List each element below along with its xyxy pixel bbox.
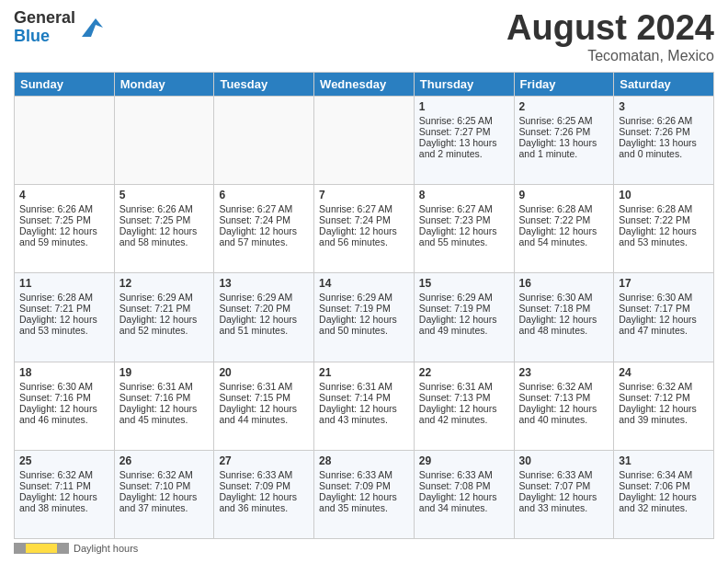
- sunset-text: Sunset: 7:10 PM: [119, 480, 210, 491]
- page: General Blue August 2024 Tecomatan, Mexi…: [0, 0, 728, 563]
- day-number: 5: [119, 189, 210, 201]
- month-title: August 2024: [506, 9, 714, 48]
- daylight-text: Daylight: 12 hours and 37 minutes.: [119, 491, 210, 513]
- day-number: 1: [419, 100, 509, 113]
- table-row: 10Sunrise: 6:28 AMSunset: 7:22 PMDayligh…: [614, 185, 714, 273]
- daylight-text: Daylight: 12 hours and 49 minutes.: [419, 314, 509, 336]
- sunset-text: Sunset: 7:24 PM: [219, 214, 309, 225]
- table-row: 3Sunrise: 6:26 AMSunset: 7:26 PMDaylight…: [614, 96, 714, 184]
- sunrise-text: Sunrise: 6:32 AM: [19, 469, 109, 480]
- day-number: 27: [219, 454, 309, 467]
- table-row: 29Sunrise: 6:33 AMSunset: 7:08 PMDayligh…: [414, 450, 514, 538]
- table-row: 8Sunrise: 6:27 AMSunset: 7:23 PMDaylight…: [414, 185, 514, 273]
- table-row: 2Sunrise: 6:25 AMSunset: 7:26 PMDaylight…: [514, 96, 614, 184]
- sunrise-text: Sunrise: 6:27 AM: [319, 203, 409, 214]
- daylight-text: Daylight: 12 hours and 32 minutes.: [619, 491, 709, 513]
- daylight-text: Daylight: 12 hours and 53 minutes.: [619, 225, 709, 247]
- table-row: [15, 96, 115, 184]
- sunset-text: Sunset: 7:25 PM: [119, 214, 210, 225]
- sunrise-text: Sunrise: 6:31 AM: [419, 381, 509, 392]
- daylight-text: Daylight: 12 hours and 53 minutes.: [19, 314, 109, 336]
- legend-day: [26, 544, 58, 553]
- sunrise-text: Sunrise: 6:30 AM: [19, 381, 109, 392]
- daylight-text: Daylight: 12 hours and 52 minutes.: [119, 314, 210, 336]
- day-number: 29: [419, 454, 509, 467]
- sunrise-text: Sunrise: 6:33 AM: [219, 469, 309, 480]
- location-title: Tecomatan, Mexico: [506, 48, 714, 64]
- sunrise-text: Sunrise: 6:33 AM: [319, 469, 409, 480]
- table-row: 21Sunrise: 6:31 AMSunset: 7:14 PMDayligh…: [314, 362, 415, 450]
- daylight-text: Daylight: 12 hours and 43 minutes.: [319, 403, 409, 425]
- sunrise-text: Sunrise: 6:31 AM: [319, 381, 409, 392]
- calendar-week-3: 18Sunrise: 6:30 AMSunset: 7:16 PMDayligh…: [15, 362, 714, 450]
- day-number: 31: [619, 454, 709, 467]
- sunrise-text: Sunrise: 6:29 AM: [119, 292, 210, 303]
- day-number: 15: [419, 277, 509, 290]
- calendar-week-0: 1Sunrise: 6:25 AMSunset: 7:27 PMDaylight…: [15, 96, 714, 184]
- table-row: 25Sunrise: 6:32 AMSunset: 7:11 PMDayligh…: [15, 450, 115, 538]
- daylight-text: Daylight: 12 hours and 51 minutes.: [219, 314, 309, 336]
- col-sunday: Sunday: [15, 72, 115, 96]
- sunset-text: Sunset: 7:14 PM: [319, 392, 409, 403]
- sunset-text: Sunset: 7:26 PM: [619, 126, 709, 137]
- day-number: 6: [219, 189, 309, 201]
- sunset-text: Sunset: 7:12 PM: [619, 392, 709, 403]
- sunset-text: Sunset: 7:17 PM: [619, 303, 709, 314]
- day-number: 8: [419, 189, 509, 201]
- col-tuesday: Tuesday: [214, 72, 314, 96]
- sunrise-text: Sunrise: 6:33 AM: [519, 469, 609, 480]
- daylight-text: Daylight: 12 hours and 54 minutes.: [519, 225, 609, 247]
- title-block: August 2024 Tecomatan, Mexico: [506, 9, 714, 64]
- sunset-text: Sunset: 7:07 PM: [519, 480, 609, 491]
- daylight-text: Daylight: 12 hours and 56 minutes.: [319, 225, 409, 247]
- daylight-text: Daylight: 13 hours and 2 minutes.: [419, 137, 509, 159]
- sunrise-text: Sunrise: 6:25 AM: [519, 115, 609, 126]
- logo-blue: Blue: [14, 28, 75, 46]
- day-number: 22: [419, 366, 509, 379]
- col-monday: Monday: [114, 72, 214, 96]
- col-friday: Friday: [514, 72, 614, 96]
- day-number: 19: [119, 366, 210, 379]
- sunset-text: Sunset: 7:08 PM: [419, 480, 509, 491]
- col-saturday: Saturday: [614, 72, 714, 96]
- table-row: 30Sunrise: 6:33 AMSunset: 7:07 PMDayligh…: [514, 450, 614, 538]
- daylight-text: Daylight: 12 hours and 47 minutes.: [619, 314, 709, 336]
- sunset-text: Sunset: 7:13 PM: [419, 392, 509, 403]
- daylight-text: Daylight: 12 hours and 34 minutes.: [419, 491, 509, 513]
- legend-night-right: [57, 544, 68, 553]
- sunset-text: Sunset: 7:15 PM: [219, 392, 309, 403]
- sunset-text: Sunset: 7:20 PM: [219, 303, 309, 314]
- table-row: 14Sunrise: 6:29 AMSunset: 7:19 PMDayligh…: [314, 273, 415, 362]
- sunrise-text: Sunrise: 6:26 AM: [619, 115, 709, 126]
- day-number: 18: [19, 366, 109, 379]
- day-number: 7: [319, 189, 409, 201]
- day-number: 4: [19, 189, 109, 201]
- sunrise-text: Sunrise: 6:26 AM: [19, 203, 109, 214]
- day-number: 2: [519, 100, 609, 113]
- sunset-text: Sunset: 7:09 PM: [319, 480, 409, 491]
- sunrise-text: Sunrise: 6:34 AM: [619, 469, 709, 480]
- logo: General Blue: [14, 9, 105, 46]
- sunset-text: Sunset: 7:06 PM: [619, 480, 709, 491]
- daylight-text: Daylight: 12 hours and 33 minutes.: [519, 491, 609, 513]
- daylight-text: Daylight: 12 hours and 40 minutes.: [519, 403, 609, 425]
- sunrise-text: Sunrise: 6:28 AM: [519, 203, 609, 214]
- logo-general: General: [14, 9, 75, 28]
- day-number: 16: [519, 277, 609, 290]
- sunset-text: Sunset: 7:22 PM: [619, 214, 709, 225]
- sunset-text: Sunset: 7:25 PM: [19, 214, 109, 225]
- sunset-text: Sunset: 7:23 PM: [419, 214, 509, 225]
- sunrise-text: Sunrise: 6:31 AM: [119, 381, 210, 392]
- daylight-text: Daylight: 12 hours and 48 minutes.: [519, 314, 609, 336]
- daylight-text: Daylight: 12 hours and 55 minutes.: [419, 225, 509, 247]
- table-row: 1Sunrise: 6:25 AMSunset: 7:27 PMDaylight…: [414, 96, 514, 184]
- header: General Blue August 2024 Tecomatan, Mexi…: [14, 9, 714, 64]
- col-wednesday: Wednesday: [314, 72, 415, 96]
- daylight-text: Daylight: 12 hours and 35 minutes.: [319, 491, 409, 513]
- table-row: 18Sunrise: 6:30 AMSunset: 7:16 PMDayligh…: [15, 362, 115, 450]
- table-row: 17Sunrise: 6:30 AMSunset: 7:17 PMDayligh…: [614, 273, 714, 362]
- day-number: 20: [219, 366, 309, 379]
- daylight-text: Daylight: 13 hours and 1 minute.: [519, 137, 609, 159]
- col-thursday: Thursday: [414, 72, 514, 96]
- daylight-text: Daylight: 12 hours and 44 minutes.: [219, 403, 309, 425]
